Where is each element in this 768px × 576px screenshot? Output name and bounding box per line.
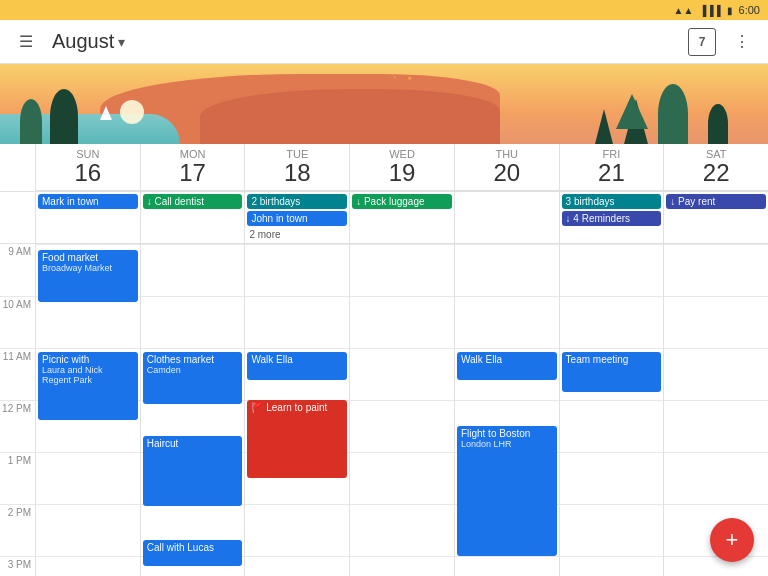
day-col-mon: Clothes market Camden Haircut Call with … <box>141 244 246 576</box>
day-columns: Food market Broadway Market Picnic with … <box>36 244 768 576</box>
allday-event[interactable]: 2 birthdays <box>247 194 347 209</box>
event-flight-boston[interactable]: Flight to Boston London LHR <box>457 426 557 556</box>
calendar: Sun 16 Mon 17 Tue 18 Wed 19 Thu 20 <box>0 144 768 576</box>
allday-event[interactable]: Mark in town <box>38 194 138 209</box>
allday-event[interactable]: ↓ Call dentist <box>143 194 243 209</box>
more-events-link[interactable]: 2 more <box>247 228 347 241</box>
event-picnic[interactable]: Picnic with Laura and Nick Regent Park <box>38 352 138 420</box>
app-bar: ☰ August ▾ 7 ⋮ <box>0 20 768 64</box>
menu-icon[interactable]: ☰ <box>12 28 40 56</box>
day-col-thu: Walk Ella Flight to Boston London LHR <box>455 244 560 576</box>
event-haircut[interactable]: Haircut <box>143 436 243 506</box>
allday-col-fri: 3 birthdays ↓ 4 Reminders <box>560 192 665 243</box>
day-header-mon: Mon 17 <box>141 144 246 190</box>
more-options-icon[interactable]: ⋮ <box>728 28 756 56</box>
event-call-lucas[interactable]: Call with Lucas <box>143 540 243 566</box>
wifi-icon: ▲▲ <box>674 5 694 16</box>
allday-event[interactable]: ↓ 4 Reminders <box>562 211 662 226</box>
app-title: August <box>52 30 114 53</box>
time-column: 9 AM 10 AM 11 AM 12 PM 1 PM 2 PM 3 PM 4 … <box>0 244 36 576</box>
day-col-sun: Food market Broadway Market Picnic with … <box>36 244 141 576</box>
day-header-sun: Sun 16 <box>36 144 141 190</box>
allday-col-sat: ↓ Pay rent <box>664 192 768 243</box>
calendar-today-icon[interactable]: 7 <box>688 28 716 56</box>
allday-row: Mark in town ↓ Call dentist 2 birthdays … <box>36 192 768 243</box>
event-walk-ella-tue[interactable]: Walk Ella <box>247 352 347 380</box>
event-clothes-market[interactable]: Clothes market Camden <box>143 352 243 404</box>
day-header-tue: Tue 18 <box>245 144 350 190</box>
day-col-tue: Walk Ella 🚩 Learn to paint <box>245 244 350 576</box>
event-team-meeting[interactable]: Team meeting <box>562 352 662 392</box>
allday-event[interactable]: John in town <box>247 211 347 226</box>
signal-icon: ▐▐▐ <box>699 5 720 16</box>
allday-event[interactable]: ↓ Pay rent <box>666 194 766 209</box>
day-header-wed: Wed 19 <box>350 144 455 190</box>
dropdown-icon[interactable]: ▾ <box>118 34 125 50</box>
day-col-wed <box>350 244 455 576</box>
allday-col-mon: ↓ Call dentist <box>141 192 246 243</box>
hero-banner: ● ● ● ● ● <box>0 64 768 144</box>
day-header-thu: Thu 20 <box>455 144 560 190</box>
allday-event[interactable]: ↓ Pack luggage <box>352 194 452 209</box>
allday-event[interactable]: 3 birthdays <box>562 194 662 209</box>
allday-col-tue: 2 birthdays John in town 2 more <box>245 192 350 243</box>
allday-col-wed: ↓ Pack luggage <box>350 192 455 243</box>
battery-icon: ▮ <box>727 5 733 16</box>
event-food-market[interactable]: Food market Broadway Market <box>38 250 138 302</box>
status-time: 6:00 <box>739 4 760 16</box>
day-header-fri: Fri 21 <box>560 144 665 190</box>
day-col-fri: Team meeting <box>560 244 665 576</box>
allday-col-thu <box>455 192 560 243</box>
status-bar: ▲▲ ▐▐▐ ▮ 6:00 <box>0 0 768 20</box>
allday-col-sun: Mark in town <box>36 192 141 243</box>
day-header-sat: Sat 22 <box>664 144 768 190</box>
event-walk-ella-thu[interactable]: Walk Ella <box>457 352 557 380</box>
event-learn-to-paint[interactable]: 🚩 Learn to paint <box>247 400 347 478</box>
add-event-fab[interactable]: + <box>710 518 754 562</box>
